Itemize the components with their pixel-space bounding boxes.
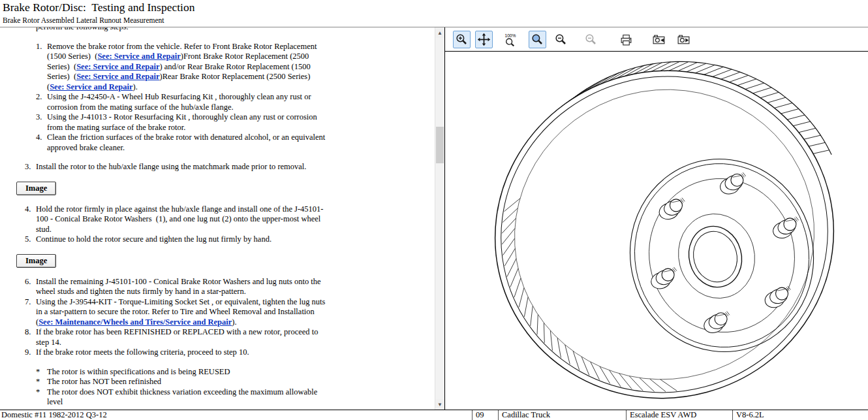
previous-image-button[interactable] [650,31,668,48]
zoom-window-icon [531,33,544,46]
steps-list: 1.Remove the brake rotor from the vehicl… [0,42,331,153]
zoom-out-icon [584,33,598,46]
item-text: Hold the rotor firmly in place against t… [36,204,331,235]
brake-rotor-illustration [445,52,868,410]
image-button[interactable]: Image [16,182,56,195]
scrollbar-thumb[interactable] [436,127,444,163]
service-link[interactable]: See: Service and Repair [97,52,180,61]
item-text: If the brake rotor has been REFINISHED o… [36,327,331,347]
page-header: Brake Rotor/Disc: Testing and Inspection… [0,0,868,27]
item-marker: 1. [36,42,47,93]
service-link[interactable]: See: Maintenance/Wheels and Tires/Servic… [39,317,232,327]
status-make: Cadillac Truck [498,410,626,420]
item-text: Continue to hold the rotor secure and ti… [36,234,331,245]
zoom-in-button[interactable] [453,31,471,48]
item-marker: 4. [25,204,36,235]
app-window: Brake Rotor/Disc: Testing and Inspection… [0,0,868,420]
step-item: 2.Using the J-42450-A - Wheel Hub Resurf… [36,92,331,112]
camera-prev-icon [652,33,666,46]
steps-list: 3.Install the rotor to the hub/axle flan… [0,162,331,172]
item-text: The rotor has NOT been refinished [47,377,331,387]
zoom-full-out-button [582,31,600,48]
status-model: Escalade ESV AWD [626,410,732,420]
step-item: 9.If the brake rotor meets the following… [25,347,331,358]
item-text: The rotor does NOT exhibit thickness var… [47,387,331,408]
bullet-item: *The rotor is within specifications and … [36,367,331,378]
zoom-100-button[interactable]: 100% [503,31,520,48]
item-marker: * [36,367,47,378]
zoom-out-icon [554,33,568,46]
step-item: 8.If the brake rotor has been REFINISHED… [25,327,331,347]
main-split: perform the following steps.1.Remove the… [0,27,868,410]
step-item: 5.Continue to hold the rotor secure and … [25,234,331,245]
item-text: Using the J-39544-KIT - Torque-Limiting … [36,297,331,328]
item-marker: 4. [36,133,47,153]
item-marker: * [36,387,47,408]
svg-text:100%: 100% [505,33,516,37]
step-item: 3.Using the J-41013 - Rotor Resurfacing … [36,112,331,133]
item-marker: 6. [25,277,36,297]
steps-list: 4.Hold the rotor firmly in place against… [0,204,331,245]
document-content: perform the following steps.1.Remove the… [0,27,331,410]
zoom-window-button[interactable] [529,31,546,48]
item-text: Using the J-42450-A - Wheel Hub Resurfac… [47,92,331,112]
print-icon [619,33,633,46]
item-marker: 9. [25,347,36,358]
document-panel: perform the following steps.1.Remove the… [0,27,444,410]
item-text: Remove the brake rotor from the vehicle.… [47,42,331,93]
item-marker: * [36,377,47,387]
steps-list: 6.Install the remaining J-45101-100 - Co… [0,277,331,358]
page-title: Brake Rotor/Disc: Testing and Inspection [3,1,865,14]
step-item: 4.Clean the friction surfaces of the bra… [36,133,331,153]
image-viewer-panel: 100% [444,27,868,410]
item-marker: 3. [25,162,36,172]
item-text: Clean the friction surfaces of the brake… [47,133,331,153]
image-button[interactable]: Image [16,254,56,268]
page-subtitle: Brake Rotor Assembled Lateral Runout Mea… [3,16,865,24]
item-marker: 8. [25,327,36,347]
step-item: 1.Remove the brake rotor from the vehicl… [36,42,331,93]
status-coverage: Domestic #11 1982-2012 Q3-12 [0,410,472,420]
item-text: Install the rotor to the hub/axle flange… [36,162,331,172]
item-text: Using the J-41013 - Rotor Resurfacing Ki… [47,112,331,133]
step-item: 7.Using the J-39544-KIT - Torque-Limitin… [25,297,331,328]
item-text: Install the remaining J-45101-100 - Coni… [36,277,331,297]
step-item: 3.Install the rotor to the hub/axle flan… [25,162,331,172]
service-link[interactable]: See: Service and Repair [50,82,132,91]
bullet-list: *The rotor is within specifications and … [0,367,331,408]
zoom-100-icon: 100% [504,33,518,46]
image-canvas[interactable] [445,52,868,410]
service-link[interactable]: See: Service and Repair [76,62,159,71]
step-item: 6.Install the remaining J-45101-100 - Co… [25,277,331,297]
bullet-item: *The rotor has NOT been refinished [36,377,331,387]
zoom-in-icon [455,33,469,46]
service-link[interactable]: See: Service and Repair [76,72,159,81]
intro-text: perform the following steps. [0,27,331,33]
scroll-down-button[interactable]: ▼ [435,399,444,410]
viewer-toolbar: 100% [445,27,868,52]
item-marker: 5. [25,234,36,245]
pan-button[interactable] [475,31,493,48]
item-marker: 3. [36,112,47,133]
step-item: 4.Hold the rotor firmly in place against… [25,204,331,235]
item-marker: 7. [25,297,36,328]
bullet-item: *The rotor does NOT exhibit thickness va… [36,387,331,408]
print-button[interactable] [617,31,635,48]
item-text: If the brake rotor meets the following c… [36,347,331,358]
status-engine: V8-6.2L [732,410,868,420]
next-image-button[interactable] [675,31,692,48]
item-marker: 2. [36,92,47,112]
pan-icon [477,33,491,46]
camera-next-icon [677,33,690,46]
status-code: 09 [472,410,498,420]
status-bar: Domestic #11 1982-2012 Q3-1209Cadillac T… [0,410,868,420]
scroll-up-button[interactable]: ▲ [435,27,444,38]
item-text: The rotor is within specifications and i… [47,367,331,378]
zoom-out-button[interactable] [552,31,570,48]
vertical-scrollbar[interactable]: ▲ ▼ [435,27,444,410]
